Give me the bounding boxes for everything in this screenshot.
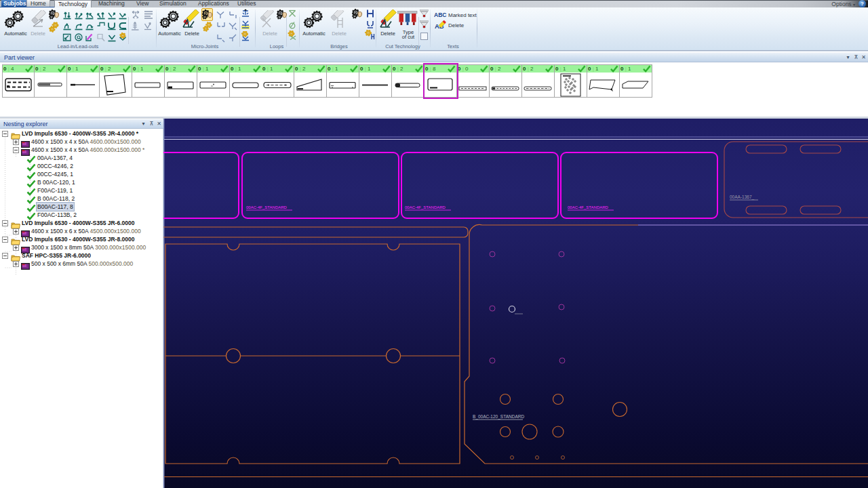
svg-text:00AA-1367_: 00AA-1367_ xyxy=(730,195,755,200)
svg-text:00AC-4F_STANDARD: 00AC-4F_STANDARD xyxy=(246,205,288,209)
svg-text:00AC-4F_STANDARD: 00AC-4F_STANDARD xyxy=(405,205,446,209)
svg-text:B_00AC-120_STANDARD: B_00AC-120_STANDARD xyxy=(473,414,524,420)
svg-text:00AC-4F_STANDARD: 00AC-4F_STANDARD xyxy=(568,205,609,209)
